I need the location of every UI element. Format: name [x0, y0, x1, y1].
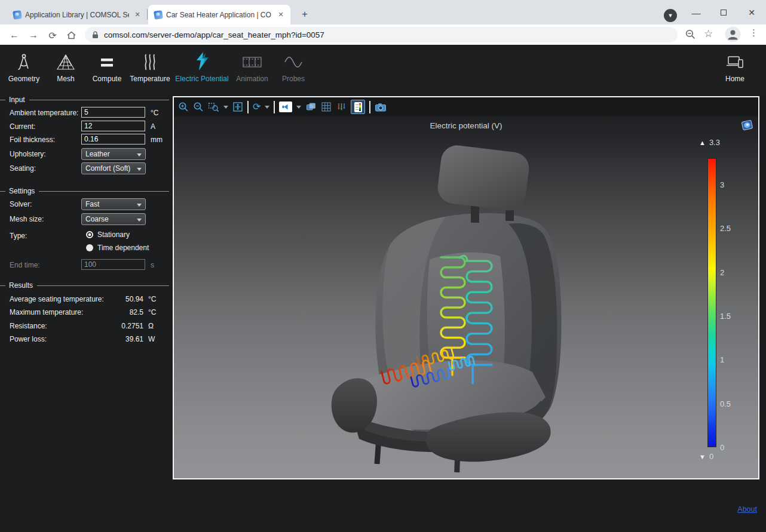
address-bar[interactable]: comsol.com/server-demo/app/car_seat_heat…: [85, 27, 678, 42]
radio-time-dependent[interactable]: Time dependent: [86, 244, 149, 252]
new-tab-button[interactable]: +: [298, 7, 312, 21]
color-legend-icon: [354, 102, 362, 112]
resistance-label: Resistance:: [10, 322, 47, 330]
reload-icon[interactable]: ⟳: [46, 29, 59, 42]
tab-title: Car Seat Heater Application | CO: [166, 11, 272, 19]
browser-tab-strip: Application Library | COMSOL Se ✕ Car Se…: [0, 0, 766, 24]
foil-thickness-unit: mm: [151, 136, 163, 144]
ribbon-compute-button[interactable]: Compute: [88, 50, 126, 83]
end-time-input: [81, 259, 145, 270]
sine-wave-icon: [274, 50, 313, 72]
settings-section-header: Settings: [0, 187, 172, 195]
grid-icon[interactable]: [321, 100, 332, 114]
radio-dot: [86, 231, 93, 238]
max-temp-value: 82.5: [78, 308, 143, 316]
tab-application-library[interactable]: Application Library | COMSOL Se ✕: [7, 5, 147, 24]
resistance-value: 0.2751: [78, 322, 143, 330]
compute-equals-icon: [88, 50, 126, 72]
seating-label: Seating:: [10, 164, 36, 173]
seating-select[interactable]: Comfort (Soft): [81, 162, 146, 174]
page-zoom-icon[interactable]: [685, 29, 696, 40]
ribbon-animation-button[interactable]: Animation: [229, 50, 275, 83]
about-link[interactable]: About: [737, 505, 757, 513]
toolbar-separator: [247, 101, 249, 113]
plot-markers-icon[interactable]: [336, 100, 347, 114]
media-controls-button[interactable]: ▼: [664, 9, 677, 22]
plot-canvas[interactable]: Electric potential (V): [174, 116, 758, 478]
chevron-down-icon: [137, 153, 142, 156]
chevron-down-icon: [137, 219, 142, 222]
window-close-button[interactable]: ✕: [742, 5, 762, 20]
ribbon-mesh-button[interactable]: Mesh: [49, 50, 82, 83]
browser-menu-icon[interactable]: ⋮: [749, 27, 758, 38]
window-maximize-button[interactable]: [713, 5, 734, 20]
back-icon[interactable]: ←: [8, 29, 21, 42]
solver-label: Solver:: [10, 200, 32, 208]
triangle-down-icon: ▼: [699, 453, 706, 460]
rotation-dropdown-icon[interactable]: [265, 106, 269, 109]
lightning-bolt-icon: [172, 50, 232, 72]
colorbar-tick: 1.5: [720, 312, 731, 321]
view-orientation-icon[interactable]: [279, 102, 292, 112]
zoom-box-dropdown-icon[interactable]: [223, 106, 228, 109]
tab-close-icon[interactable]: ✕: [133, 10, 142, 20]
forward-icon[interactable]: →: [27, 29, 40, 42]
type-label: Type:: [10, 232, 27, 240]
foil-thickness-input[interactable]: [81, 134, 145, 144]
chevron-down-icon: [137, 168, 142, 171]
mesh-size-label: Mesh size:: [10, 215, 44, 223]
view-dropdown-icon[interactable]: [296, 106, 301, 109]
toolbar-separator: [369, 101, 370, 113]
bookmark-star-icon[interactable]: ☆: [704, 27, 713, 40]
input-section-header: Input: [0, 96, 172, 104]
chevron-down-icon: [137, 204, 142, 207]
ribbon-home-button[interactable]: Home: [716, 50, 754, 83]
current-unit: A: [151, 122, 155, 131]
power-loss-label: Power loss:: [10, 335, 47, 343]
home-icon[interactable]: [65, 29, 78, 42]
browser-url-row: ← → ⟳ comsol.com/server-demo/app/car_sea…: [0, 24, 766, 45]
colorbar-tick: 0: [720, 443, 724, 452]
colorbar-gradient: [707, 158, 716, 447]
url-text: comsol.com/server-demo/app/car_seat_heat…: [104, 30, 324, 39]
zoom-out-icon[interactable]: [193, 100, 204, 114]
radio-stationary[interactable]: Stationary: [86, 230, 130, 239]
end-time-label: End time:: [10, 261, 40, 269]
window-minimize-button[interactable]: —: [686, 5, 706, 20]
geometry-compass-icon: [5, 50, 43, 72]
comsol-favicon: [154, 10, 163, 20]
zoom-box-icon[interactable]: [208, 100, 219, 114]
reset-rotation-icon[interactable]: ⟳: [253, 100, 261, 114]
ribbon-electric-potential-button[interactable]: Electric Potential: [172, 50, 232, 83]
power-loss-value: 39.61: [78, 335, 143, 343]
colorbar-tick: 2: [720, 268, 724, 277]
graphics-panel: ⟳ Electric potential (V): [173, 96, 759, 479]
current-input[interactable]: [81, 121, 145, 131]
ribbon-geometry-button[interactable]: Geometry: [5, 50, 43, 83]
seat-headrest: [436, 143, 531, 212]
parameter-panel: Input Ambient temperature: °C Current: A…: [0, 91, 172, 532]
colorbar-min-marker: ▼ 0: [699, 452, 713, 461]
color-legend-toggle[interactable]: [351, 100, 365, 114]
mesh-size-select[interactable]: Coarse: [81, 213, 146, 225]
tab-close-icon[interactable]: ✕: [276, 10, 286, 20]
avg-seating-temp-value: 50.94: [78, 295, 143, 303]
tab-car-seat-heater[interactable]: Car Seat Heater Application | CO ✕: [148, 5, 290, 24]
max-temp-label: Maximum temperature:: [10, 308, 83, 316]
graphics-toolbar: ⟳: [174, 97, 758, 116]
ribbon-probes-button[interactable]: Probes: [274, 50, 313, 83]
profile-avatar[interactable]: [725, 26, 741, 42]
upholstery-select[interactable]: Leather: [81, 148, 146, 160]
ribbon-temperature-button[interactable]: Temperature: [124, 50, 176, 83]
ambient-temperature-input[interactable]: [81, 107, 145, 118]
toolbar-separator: [274, 101, 275, 113]
results-section-header: Results: [0, 281, 172, 290]
film-strip-icon: [229, 50, 275, 72]
solver-select[interactable]: Fast: [81, 198, 146, 210]
zoom-extents-icon[interactable]: [232, 100, 243, 114]
comsol-logo[interactable]: [740, 118, 755, 133]
zoom-in-icon[interactable]: [178, 100, 189, 114]
app-ribbon: Geometry Mesh Compute Temperature Electr…: [0, 45, 766, 91]
screenshot-camera-icon[interactable]: [375, 100, 387, 114]
transparency-icon[interactable]: [305, 100, 317, 114]
